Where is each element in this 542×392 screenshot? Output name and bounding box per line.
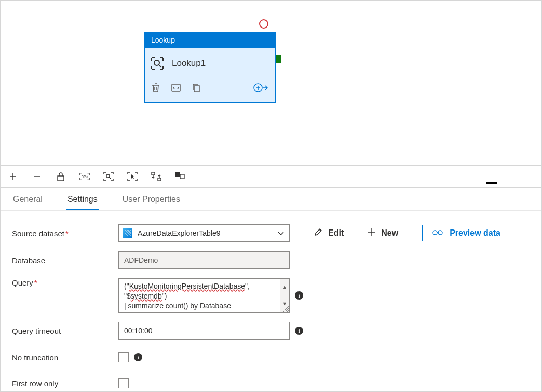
plus-icon [368, 228, 376, 238]
validation-error-marker [259, 19, 268, 29]
zoom-in-button[interactable] [8, 171, 18, 182]
zoom-out-button[interactable] [32, 171, 42, 182]
first-row-only-checkbox[interactable] [118, 378, 129, 388]
lock-icon[interactable] [56, 171, 66, 182]
svg-rect-3 [194, 86, 199, 92]
zoom-reset-icon[interactable]: 00% [79, 171, 90, 182]
settings-panel: Source dataset* AzureDataExplorerTable9 [1, 211, 541, 392]
activity-name-label: Lookup1 [172, 58, 206, 69]
auto-layout-icon[interactable] [151, 171, 161, 182]
activity-type-label: Lookup [151, 36, 175, 44]
preview-data-button[interactable]: Preview data [422, 225, 510, 241]
panel-drag-handle[interactable] [486, 182, 497, 184]
glasses-icon [432, 228, 443, 238]
azure-data-explorer-icon [123, 228, 132, 238]
svg-line-1 [159, 65, 161, 67]
first-row-only-label: First row only [12, 379, 118, 388]
source-dataset-select[interactable]: AzureDataExplorerTable9 [118, 224, 290, 242]
tab-settings[interactable]: Settings [66, 195, 99, 210]
query-label: Query* [12, 278, 118, 287]
info-icon[interactable]: i [295, 291, 303, 300]
database-label: Database [12, 256, 118, 265]
code-icon[interactable] [171, 83, 181, 94]
edit-dataset-button[interactable]: Edit [314, 227, 344, 239]
minimap-icon[interactable] [175, 171, 185, 182]
svg-line-8 [109, 177, 111, 179]
scroll-up-icon[interactable]: ▲ [280, 279, 289, 295]
svg-rect-12 [180, 174, 184, 179]
chevron-down-icon [278, 229, 284, 237]
query-content: ("KustoMonitoringPersistentDatabase", "$… [124, 281, 279, 311]
query-timeout-input[interactable]: 00:10:00 [118, 322, 290, 340]
svg-rect-5 [58, 176, 64, 181]
delete-icon[interactable] [151, 83, 160, 94]
svg-point-14 [438, 231, 442, 235]
canvas-toolbar: 00% [1, 165, 541, 188]
svg-point-13 [433, 231, 437, 235]
pipeline-canvas[interactable]: Lookup Lookup1 [1, 1, 541, 165]
tab-user-properties[interactable]: User Properties [121, 195, 181, 210]
svg-rect-11 [175, 172, 180, 177]
activity-type-header: Lookup [145, 32, 275, 48]
copy-icon[interactable] [192, 83, 201, 94]
selection-icon[interactable] [127, 171, 138, 182]
no-truncation-checkbox[interactable] [118, 352, 129, 362]
svg-point-0 [154, 60, 159, 65]
add-output-icon[interactable] [253, 82, 269, 95]
database-input: ADFDemo [118, 251, 290, 269]
info-icon[interactable]: i [134, 353, 142, 361]
svg-text:00%: 00% [82, 175, 88, 179]
tab-general[interactable]: General [12, 195, 44, 210]
lookup-activity-node[interactable]: Lookup Lookup1 [144, 32, 276, 103]
activity-toolbar [145, 76, 275, 102]
query-textarea[interactable]: ("KustoMonitoringPersistentDatabase", "$… [118, 278, 290, 313]
svg-rect-9 [152, 172, 155, 175]
info-icon[interactable]: i [295, 327, 303, 335]
new-dataset-button[interactable]: New [368, 228, 398, 238]
source-dataset-value: AzureDataExplorerTable9 [138, 229, 221, 237]
properties-tabs: General Settings User Properties [1, 188, 541, 211]
zoom-to-fit-icon[interactable] [103, 171, 114, 182]
source-dataset-label: Source dataset* [12, 229, 118, 238]
success-output-handle[interactable] [276, 55, 281, 63]
pencil-icon [314, 227, 323, 239]
resize-grip-icon[interactable] [281, 304, 289, 312]
no-truncation-label: No truncation [12, 353, 118, 362]
lookup-icon [150, 56, 165, 71]
svg-rect-10 [158, 178, 161, 181]
activity-body: Lookup1 [145, 48, 275, 76]
query-timeout-label: Query timeout [12, 327, 118, 335]
